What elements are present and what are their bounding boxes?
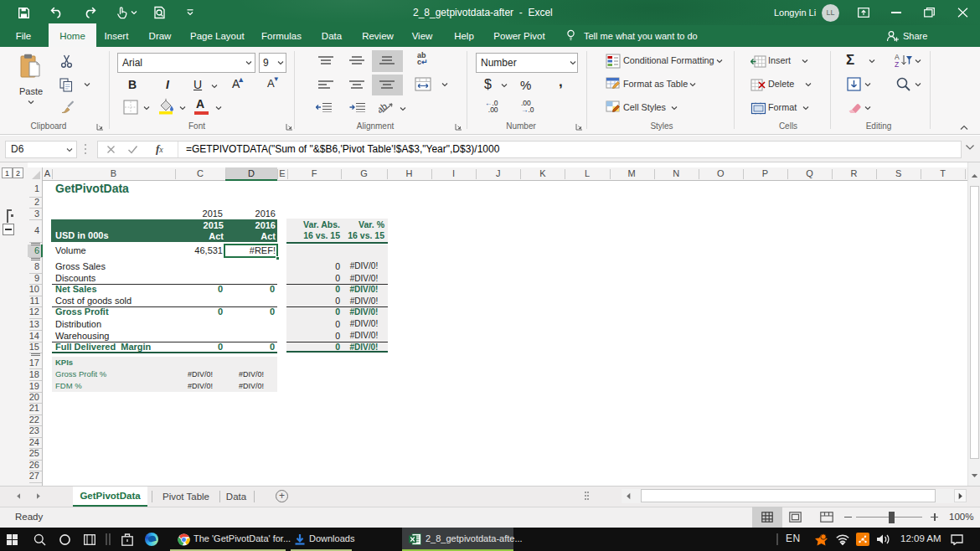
svg-text:Z: Z bbox=[895, 60, 899, 68]
